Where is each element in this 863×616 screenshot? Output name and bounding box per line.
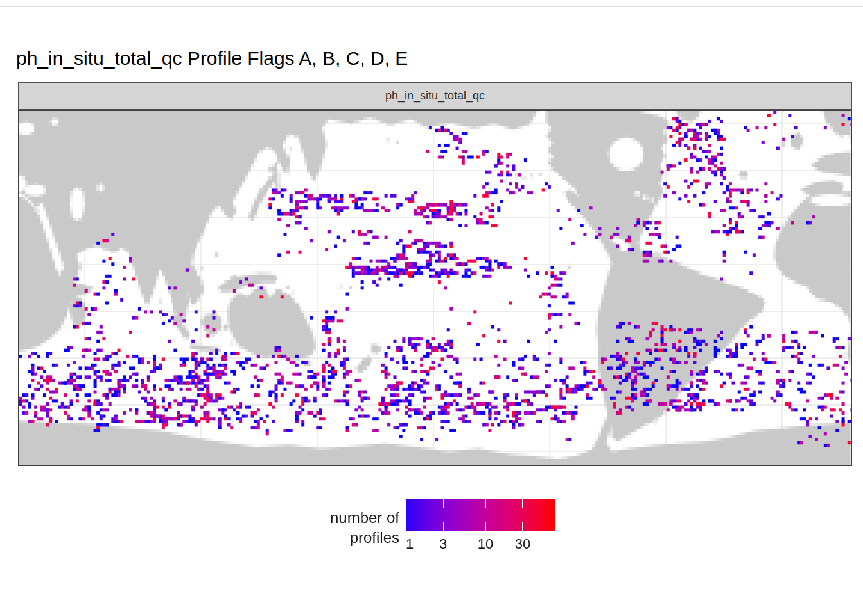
legend-title: number of profiles — [193, 508, 399, 547]
legend-title-line1: number of — [193, 508, 399, 527]
colorbar-tick-label: 1 — [406, 536, 414, 552]
colorbar-tick — [485, 522, 486, 531]
colorbar-tick-label: 30 — [515, 536, 530, 552]
legend-title-line2: profiles — [193, 527, 399, 547]
colorbar-tick — [485, 499, 486, 508]
colorbar-tick — [443, 522, 444, 531]
colorbar-legend: number of profiles 1 3 10 30 — [0, 0, 863, 616]
figure-page: ph_in_situ_total_qc Profile Flags A, B, … — [0, 0, 863, 616]
colorbar-tick-label: 10 — [478, 536, 493, 552]
colorbar-tick-label: 3 — [439, 536, 447, 552]
colorbar-tick — [522, 522, 523, 531]
colorbar — [406, 499, 555, 531]
colorbar-tick — [443, 499, 444, 508]
colorbar-gradient — [406, 499, 555, 531]
colorbar-tick — [522, 499, 523, 508]
colorbar-tick-labels: 1 3 10 30 — [406, 536, 555, 554]
